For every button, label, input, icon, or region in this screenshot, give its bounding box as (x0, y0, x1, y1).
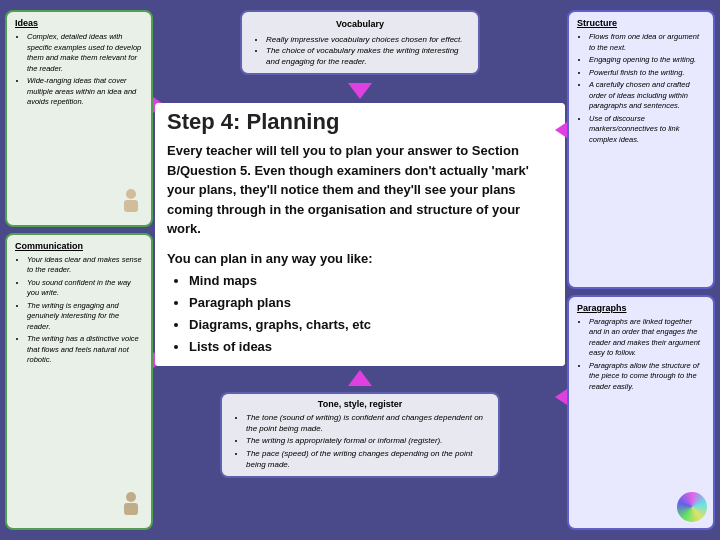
structure-arrow (555, 122, 567, 138)
comm-item-3: The writing is engaging and genuinely in… (27, 301, 143, 333)
color-blob (677, 492, 707, 522)
vocab-item-2: The choice of vocabulary makes the writi… (266, 45, 468, 67)
step-body: Every teacher will tell you to plan your… (155, 137, 565, 247)
vocab-item-1: Really impressive vocabulary choices cho… (266, 34, 468, 45)
plan-list: Mind maps Paragraph plans Diagrams, grap… (167, 270, 553, 358)
struct-item-4: A carefully chosen and crafted order of … (589, 80, 705, 112)
page: Ideas Complex, detailed ideas with speci… (0, 0, 720, 540)
plan-item-3: Diagrams, graphs, charts, etc (189, 314, 553, 336)
step-body-text: Every teacher will tell you to plan your… (167, 143, 529, 236)
tone-title: Tone, style, register (232, 399, 488, 409)
center-white: Step 4: Planning Every teacher will tell… (155, 103, 565, 366)
structure-list: Flows from one idea or argument to the n… (577, 32, 705, 145)
step-heading: Step 4: Planning (155, 103, 565, 137)
plan-item-2: Paragraph plans (189, 292, 553, 314)
struct-item-5: Use of discourse markers/connectives to … (589, 114, 705, 146)
plan-section: You can plan in any way you like: Mind m… (155, 247, 565, 366)
comm-item-4: The writing has a distinctive voice that… (27, 334, 143, 366)
comm-item-2: You sound confident in the way you write… (27, 278, 143, 299)
structure-box: Structure Flows from one idea or argumen… (567, 10, 715, 289)
communication-title: Communication (15, 241, 143, 251)
struct-item-1: Flows from one idea or argument to the n… (589, 32, 705, 53)
communication-box: Communication Your ideas clear and makes… (5, 233, 153, 530)
center-panel: Vocabulary Really impressive vocabulary … (155, 10, 565, 530)
vocab-list: Really impressive vocabulary choices cho… (252, 34, 468, 68)
plan-item-4: Lists of ideas (189, 336, 553, 358)
ideas-list: Complex, detailed ideas with specific ex… (15, 32, 143, 108)
paragraphs-list: Paragraphs are linked together and in an… (577, 317, 705, 393)
para-item-2: Paragraphs allow the structure of the pi… (589, 361, 705, 393)
communication-figure (119, 492, 143, 522)
structure-title: Structure (577, 18, 705, 28)
ideas-box: Ideas Complex, detailed ideas with speci… (5, 10, 153, 227)
para-item-1: Paragraphs are linked together and in an… (589, 317, 705, 359)
ideas-item-1: Complex, detailed ideas with specific ex… (27, 32, 143, 74)
ideas-title: Ideas (15, 18, 143, 28)
left-panel: Ideas Complex, detailed ideas with speci… (5, 10, 153, 530)
tone-arrow-up (348, 370, 372, 386)
tone-item-2: The writing is appropriately formal or i… (246, 435, 488, 446)
right-panel: Structure Flows from one idea or argumen… (567, 10, 715, 530)
paragraphs-title: Paragraphs (577, 303, 705, 313)
ideas-item-2: Wide-ranging ideas that cover multiple a… (27, 76, 143, 108)
tone-list: The tone (sound of writing) is confident… (232, 412, 488, 470)
vocabulary-box: Vocabulary Really impressive vocabulary … (240, 10, 480, 75)
communication-list: Your ideas clear and makes sense to the … (15, 255, 143, 366)
vocab-arrow-down (348, 83, 372, 99)
tone-item-3: The pace (speed) of the writing changes … (246, 448, 488, 470)
figure-icon (119, 189, 143, 219)
tone-box: Tone, style, register The tone (sound of… (220, 392, 500, 478)
vocab-title: Vocabulary (252, 18, 468, 31)
paragraphs-box: Paragraphs Paragraphs are linked togethe… (567, 295, 715, 530)
struct-item-2: Engaging opening to the writing. (589, 55, 705, 66)
struct-item-3: Powerful finish to the writing. (589, 68, 705, 79)
paragraphs-arrow (555, 389, 567, 405)
plan-item-1: Mind maps (189, 270, 553, 292)
tone-item-1: The tone (sound of writing) is confident… (246, 412, 488, 434)
plan-intro: You can plan in any way you like: (167, 251, 553, 266)
comm-item-1: Your ideas clear and makes sense to the … (27, 255, 143, 276)
